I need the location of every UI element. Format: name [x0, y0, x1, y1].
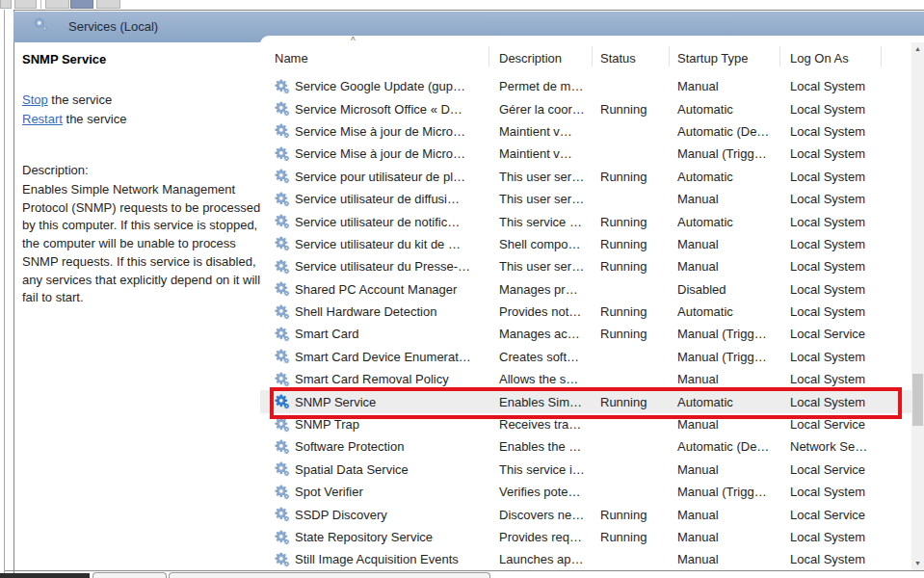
cell-startup-type: Automatic: [670, 304, 780, 319]
restart-service-suffix: the service: [63, 112, 126, 126]
service-gear-icon: [275, 439, 290, 455]
cell-status: Running: [593, 508, 670, 522]
service-name-label: Software Protection: [295, 439, 404, 454]
restart-service-link[interactable]: Restart: [22, 112, 63, 126]
cell-log-on-as: Local System: [780, 372, 882, 386]
service-name-label: Shared PC Account Manager: [295, 282, 457, 297]
cell-log-on-as: Local System: [780, 282, 882, 297]
cell-startup-type: Manual: [670, 192, 780, 206]
toolbar-button[interactable]: [70, 0, 93, 9]
table-row[interactable]: Service pour utilisateur de pl…This user…: [260, 166, 911, 188]
cell-name: Shared PC Account Manager: [260, 281, 489, 297]
table-row[interactable]: Service utilisateur de diffusi…This user…: [260, 188, 911, 210]
cell-status: Running: [593, 304, 670, 319]
cell-log-on-as: Local System: [780, 102, 882, 117]
table-row[interactable]: Smart Card Removal PolicyAllows the s…Ma…: [260, 368, 911, 390]
cell-name: Smart Card: [260, 327, 489, 342]
cell-startup-type: Automatic (De…: [670, 124, 780, 139]
vertical-scrollbar[interactable]: ▲ ▼: [911, 42, 924, 570]
table-row[interactable]: SNMP ServiceEnables Sim…RunningAutomatic…: [260, 390, 911, 412]
table-row[interactable]: Service utilisateur du Presse-…This user…: [260, 255, 911, 277]
tab-extended[interactable]: [92, 572, 167, 578]
cell-status: Running: [593, 395, 670, 409]
service-name-label: Still Image Acquisition Events: [295, 552, 459, 566]
service-gear-icon: [275, 236, 290, 251]
table-row[interactable]: SSDP DiscoveryDiscovers ne…RunningManual…: [260, 503, 911, 525]
cell-startup-type: Automatic: [670, 215, 780, 229]
toolbar-button[interactable]: [0, 0, 12, 9]
service-gear-icon: [275, 192, 290, 207]
table-row[interactable]: Service utilisateur de notific…This serv…: [260, 210, 911, 232]
cell-description: Provides req…: [489, 530, 593, 544]
table-row[interactable]: Service Mise à jour de Micro…Maintient v…: [260, 143, 911, 165]
tab-standard[interactable]: [169, 572, 490, 578]
cell-log-on-as: Local System: [780, 530, 882, 544]
column-header-description[interactable]: Description: [489, 36, 593, 75]
service-name-label: Service Microsoft Office « D…: [295, 102, 462, 117]
table-row[interactable]: Software ProtectionEnables the …Automati…: [260, 435, 911, 458]
cell-name: Smart Card Removal Policy: [260, 372, 489, 387]
toolbar-button[interactable]: [45, 0, 69, 9]
table-row[interactable]: Service Mise à jour de Micro…Maintient v…: [260, 120, 911, 143]
service-name-label: Smart Card Device Enumerat…: [295, 350, 471, 364]
table-row[interactable]: Shared PC Account ManagerManages pr…Disa…: [260, 278, 911, 301]
stop-service-link[interactable]: Stop: [22, 92, 48, 107]
service-name-label: Service Google Update (gup…: [295, 79, 465, 93]
service-gear-icon: [275, 394, 290, 409]
table-row[interactable]: Still Image Acquisition EventsLaunches a…: [260, 548, 911, 570]
table-row[interactable]: Shell Hardware DetectionProvides not…Run…: [260, 301, 911, 323]
table-row[interactable]: State Repository ServiceProvides req…Run…: [260, 526, 911, 548]
toolbar-button[interactable]: [14, 0, 37, 9]
cell-startup-type: Manual: [670, 237, 780, 251]
table-row[interactable]: Smart Card Device Enumerat…Creates soft……: [260, 346, 911, 368]
cell-startup-type: Disabled: [670, 282, 780, 297]
cell-startup-type: Manual: [670, 79, 780, 93]
scrollbar-up-icon[interactable]: ▲: [911, 45, 924, 53]
cell-name: Service utilisateur du Presse-…: [260, 259, 489, 275]
cell-log-on-as: Local System: [780, 170, 882, 184]
console-tree-divider: [4, 10, 5, 578]
cell-description: Shell compo…: [489, 237, 593, 251]
column-header-status[interactable]: Status: [593, 36, 670, 75]
service-name-label: SNMP Trap: [295, 417, 359, 432]
service-name-label: Smart Card Removal Policy: [295, 372, 449, 386]
service-gear-icon: [275, 101, 290, 117]
cell-log-on-as: Local System: [780, 350, 882, 364]
table-row[interactable]: Spot VerifierVerifies pote…Manual (Trigg…: [260, 481, 911, 503]
restart-service-line: Restart the service: [22, 110, 126, 129]
scrollbar-thumb[interactable]: [912, 374, 923, 426]
cell-log-on-as: Local Service: [780, 462, 882, 477]
cell-name: Still Image Acquisition Events: [260, 552, 489, 567]
table-row[interactable]: Service Microsoft Office « D…Gérer la co…: [260, 97, 911, 119]
cell-status: Running: [593, 259, 670, 274]
column-header-name[interactable]: ^ Name: [260, 36, 489, 75]
cell-description: This user ser…: [489, 259, 593, 274]
service-gear-icon: [275, 214, 290, 229]
service-gear-icon: [275, 146, 290, 162]
service-gear-icon: [275, 327, 290, 342]
column-header-log-on-as[interactable]: Log On As: [780, 36, 882, 75]
cell-log-on-as: Local Service: [780, 327, 882, 341]
cell-startup-type: Manual (Trigg…: [670, 146, 780, 161]
cell-startup-type: Automatic: [670, 102, 780, 117]
cell-description: Receives tra…: [489, 417, 593, 432]
scrollbar-down-icon[interactable]: ▼: [911, 560, 924, 567]
cell-name: SSDP Discovery: [260, 507, 489, 522]
cell-startup-type: Automatic: [670, 170, 780, 184]
toolbar-separator: [40, 0, 41, 9]
table-row[interactable]: Spatial Data ServiceThis service i…Manua…: [260, 459, 911, 481]
services-header-gear-icon: [33, 16, 54, 38]
column-header-startup-type[interactable]: Startup Type: [670, 36, 780, 75]
table-row[interactable]: Smart CardManages ac…RunningManual (Trig…: [260, 323, 911, 345]
cell-startup-type: Manual: [670, 259, 780, 274]
cell-startup-type: Manual: [670, 552, 780, 566]
service-gear-icon: [275, 372, 290, 387]
cell-name: SNMP Service: [260, 394, 489, 409]
cell-description: This service …: [489, 215, 593, 229]
service-name-label: Service utilisateur du kit de …: [295, 237, 461, 251]
table-row[interactable]: Service Google Update (gup…Permet de m…M…: [260, 75, 911, 97]
table-row[interactable]: SNMP TrapReceives tra…ManualLocal Servic…: [260, 413, 911, 435]
table-row[interactable]: Service utilisateur du kit de …Shell com…: [260, 233, 911, 255]
toolbar-button[interactable]: [96, 0, 120, 9]
cell-startup-type: Manual (Trigg…: [670, 350, 780, 364]
